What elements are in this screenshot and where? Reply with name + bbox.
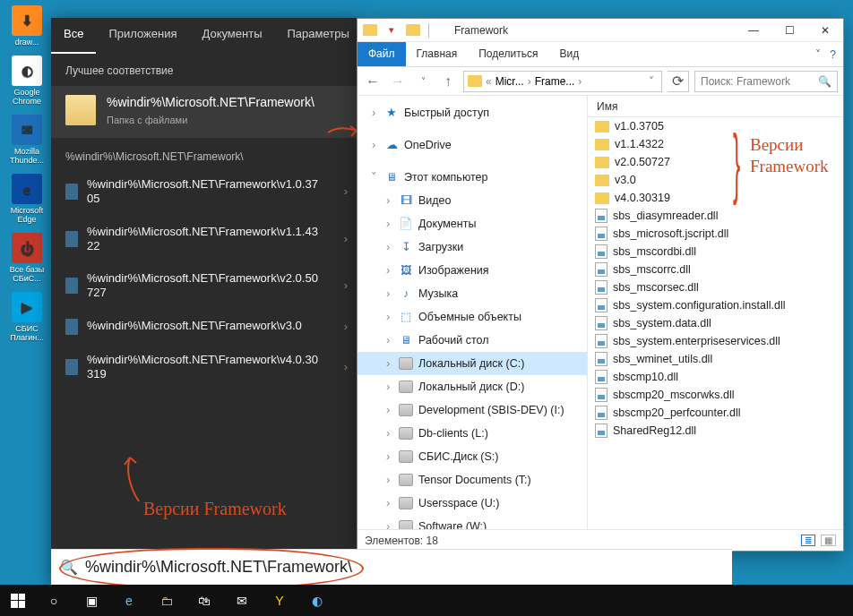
chevron-right-icon[interactable]: › [383, 377, 393, 397]
desktop-shortcut[interactable]: ◐Google Chrome [2, 56, 52, 106]
best-match-result[interactable]: %windir%\Microsoft.NET\Framework\ Папка … [51, 86, 357, 138]
taskbar-app-store[interactable]: 🛍 [186, 585, 222, 616]
search-icon[interactable]: 🔍 [818, 75, 831, 88]
chevron-right-icon[interactable]: › [383, 424, 393, 443]
search-result-item[interactable]: %windir%\Microsoft.NET\Framework\v1.1.43… [51, 216, 357, 263]
tree-item[interactable]: ›СБИС.Диск (S:) [358, 445, 587, 468]
chevron-right-icon[interactable]: › [383, 400, 393, 420]
navigation-pane[interactable]: ›★Быстрый доступ›☁OneDrive˅🖥Этот компьют… [358, 96, 588, 529]
ribbon-tab-view[interactable]: Вид [548, 42, 590, 66]
chevron-right-icon[interactable]: › [344, 184, 348, 199]
up-button[interactable]: ↑ [438, 71, 458, 92]
search-input[interactable]: Поиск: Framework 🔍 [694, 71, 838, 92]
ribbon-tab-share[interactable]: Поделиться [468, 42, 548, 66]
start-tab[interactable]: Документы [189, 18, 274, 54]
chevron-right-icon[interactable]: › [383, 447, 393, 466]
list-item[interactable]: sbscmp20_perfcounter.dll [588, 404, 843, 422]
back-button[interactable]: ← [363, 71, 383, 92]
desktop-shortcut[interactable]: ⬇draw... [2, 5, 52, 47]
breadcrumb-segment[interactable]: Micr...› [495, 75, 531, 88]
chevron-right-icon[interactable]: › [368, 103, 379, 123]
list-item[interactable]: sbs_wminet_utils.dll [588, 350, 843, 368]
chevron-right-icon[interactable]: › [383, 330, 393, 350]
chevron-right-icon[interactable]: › [344, 360, 348, 374]
list-item[interactable]: sbs_diasymreader.dll [588, 207, 843, 225]
ribbon-tab-home[interactable]: Главная [406, 42, 469, 66]
chevron-down-icon[interactable]: ˅ [368, 167, 379, 187]
chevron-right-icon[interactable]: › [368, 135, 379, 155]
desktop-shortcut[interactable]: ⏻Все базы СБиС... [2, 233, 52, 283]
dropdown-icon[interactable]: ▾ [384, 23, 399, 38]
list-item[interactable]: sbs_mscordbi.dll [588, 243, 843, 261]
column-header-name[interactable]: Имя [588, 96, 843, 117]
list-item[interactable]: sbs_mscorrc.dll [588, 261, 843, 278]
tree-item[interactable]: ›Db-clients (L:) [358, 422, 587, 445]
taskbar-app-yandex[interactable]: Y [262, 585, 297, 616]
taskbar-app-task-view[interactable]: ▣ [73, 585, 109, 616]
tree-item[interactable]: ›Software (W:) [358, 515, 587, 529]
list-item[interactable]: sbs_system.configuration.install.dll [588, 296, 843, 314]
list-item[interactable]: sbscmp10.dll [588, 368, 843, 386]
chevron-right-icon[interactable]: › [344, 232, 348, 246]
list-item[interactable]: v4.0.30319 [588, 189, 843, 207]
search-input[interactable] [85, 558, 723, 577]
tree-item[interactable]: ›🎞Видео [358, 189, 587, 212]
chevron-right-icon[interactable]: › [383, 307, 393, 327]
chevron-right-icon[interactable]: › [383, 214, 393, 234]
help-icon[interactable]: ? [830, 48, 836, 61]
tree-item[interactable]: ›⬚Объемные объекты [358, 305, 587, 329]
close-button[interactable]: ✕ [807, 19, 843, 42]
forward-button[interactable]: → [388, 71, 408, 92]
chevron-right-icon[interactable]: › [383, 517, 393, 529]
desktop-shortcut[interactable]: ✉Mozilla Thunde... [2, 115, 52, 165]
tree-item[interactable]: ˅🖥Этот компьютер [358, 166, 587, 189]
details-view-button[interactable]: ≣ [801, 535, 815, 546]
search-result-item[interactable]: %windir%\Microsoft.NET\Framework\v4.0.30… [51, 344, 357, 391]
tree-item[interactable]: ›Usersspace (U:) [358, 492, 587, 515]
list-item[interactable]: sbs_system.data.dll [588, 314, 843, 332]
tree-item[interactable]: ›Development (SBIS-DEV) (I:) [358, 398, 587, 422]
taskbar-app-explorer[interactable]: 🗀 [149, 585, 185, 616]
chevron-right-icon[interactable]: › [383, 493, 393, 513]
list-item[interactable]: SharedReg12.dll [588, 422, 843, 440]
maximize-button[interactable]: ☐ [771, 19, 807, 42]
refresh-button[interactable]: ⟳ [668, 71, 689, 92]
chevron-down-icon[interactable]: ˅ [649, 75, 658, 88]
chevron-right-icon[interactable]: › [383, 354, 393, 373]
tree-item[interactable]: ›☁OneDrive [358, 133, 587, 157]
ribbon-tab-file[interactable]: Файл [358, 42, 406, 66]
tree-item[interactable]: ›Tensor Documents (T:) [358, 468, 587, 492]
chevron-right-icon[interactable]: › [383, 261, 393, 280]
search-result-item[interactable]: %windir%\Microsoft.NET\Framework\v2.0.50… [51, 262, 357, 310]
large-icons-view-button[interactable]: ▦ [821, 535, 836, 546]
start-tab[interactable]: Все [51, 18, 96, 54]
titlebar[interactable]: ▾ ⎸ Framework — ☐ ✕ [358, 19, 843, 42]
tree-item[interactable]: ›↧Загрузки [358, 235, 587, 259]
tree-item[interactable]: ›Локальный диск (C:) [358, 352, 587, 375]
taskbar-app-chrome[interactable]: ◐ [299, 585, 335, 616]
chevron-right-icon[interactable]: › [344, 278, 348, 293]
search-result-item[interactable]: %windir%\Microsoft.NET\Framework\v3.0› [51, 310, 357, 344]
desktop-shortcut[interactable]: ▶СБИС Плагин... [2, 292, 52, 342]
tree-item[interactable]: ›🖥Рабочий стол [358, 329, 587, 352]
breadcrumb-segment[interactable]: Frame...› [535, 75, 582, 88]
tree-item[interactable]: ›📄Документы [358, 212, 587, 235]
list-item[interactable]: v1.0.3705 [588, 117, 843, 135]
start-tab[interactable]: Параметры [274, 18, 361, 54]
tree-item[interactable]: ›🖼Изображения [358, 259, 587, 282]
tree-item[interactable]: ›★Быстрый доступ [358, 101, 587, 124]
list-item[interactable]: sbscmp20_mscorwks.dll [588, 386, 843, 404]
taskbar-app-edge[interactable]: e [111, 585, 147, 616]
file-list[interactable]: v1.0.3705v1.1.4322v2.0.50727v3.0v4.0.303… [588, 117, 843, 529]
chevron-right-icon[interactable]: › [383, 237, 393, 257]
chevron-right-icon[interactable]: › [383, 284, 393, 304]
tree-item[interactable]: ›Локальный диск (D:) [358, 375, 587, 398]
minimize-button[interactable]: — [736, 19, 771, 42]
chevron-right-icon[interactable]: › [383, 470, 393, 490]
search-result-item[interactable]: %windir%\Microsoft.NET\Framework\v1.0.37… [51, 168, 357, 216]
breadcrumb[interactable]: « Micr...› Frame...› ˅ [463, 71, 662, 92]
chevron-right-icon[interactable]: › [383, 191, 393, 210]
taskbar-app-mail[interactable]: ✉ [224, 585, 260, 616]
recent-locations-button[interactable]: ˅ [413, 71, 433, 92]
taskbar-search-box[interactable]: 🔍 [51, 549, 732, 585]
